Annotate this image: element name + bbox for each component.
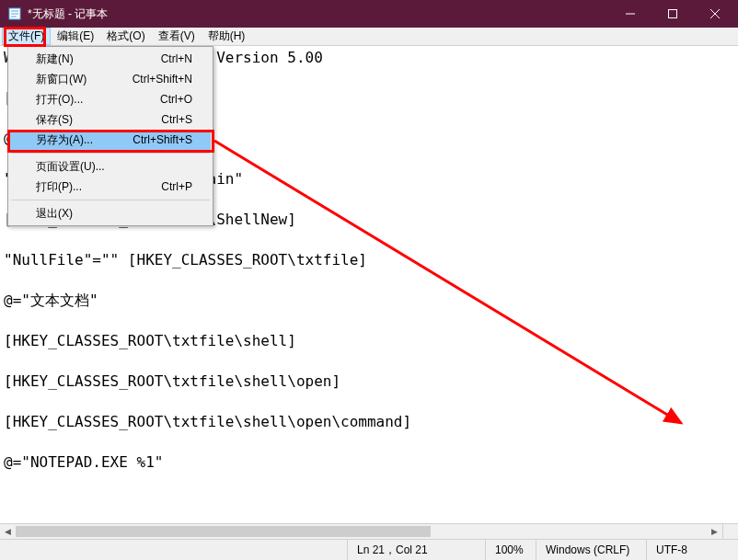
menu-item-page-setup[interactable]: 页面设置(U)... [10,156,211,177]
menu-separator [11,200,210,200]
close-button[interactable] [694,0,736,28]
menu-item-shortcut: Ctrl+N [161,52,192,65]
status-line-ending: Windows (CRLF) [536,540,646,560]
scroll-thumb[interactable] [16,526,431,537]
menu-item-shortcut: Ctrl+S [161,113,192,126]
menu-file[interactable]: 文件(F) [2,28,51,45]
menu-item-label: 新建(N) [36,51,161,67]
menu-item-shortcut: Ctrl+O [160,93,192,106]
scroll-left-icon[interactable]: ◀ [0,524,16,539]
status-zoom: 100% [485,540,536,560]
status-encoding: UTF-8 [646,540,738,560]
menu-item-shortcut: Ctrl+Shift+N [133,73,192,86]
menu-separator [11,153,210,154]
menu-item-open[interactable]: 打开(O)... Ctrl+O [10,89,211,109]
status-cursor-pos: Ln 21，Col 21 [347,540,485,560]
scroll-right-icon[interactable]: ▶ [707,524,722,539]
horizontal-scrollbar[interactable]: ◀ ▶ [0,523,722,539]
notepad-app-icon [7,6,22,21]
menu-item-label: 页面设置(U)... [36,159,192,175]
window-title: *无标题 - 记事本 [28,6,609,22]
menu-item-new-window[interactable]: 新窗口(W) Ctrl+Shift+N [10,69,211,89]
menu-help[interactable]: 帮助(H) [202,28,252,45]
menubar: 文件(F) 编辑(E) 格式(O) 查看(V) 帮助(H) [0,28,738,46]
menu-item-save[interactable]: 保存(S) Ctrl+S [10,109,211,130]
titlebar: *无标题 - 记事本 [0,0,738,28]
menu-format[interactable]: 格式(O) [100,28,151,45]
scroll-track[interactable] [16,524,707,539]
menu-item-label: 保存(S) [36,112,161,128]
statusbar: Ln 21，Col 21 100% Windows (CRLF) UTF-8 [0,539,738,560]
menu-item-shortcut: Ctrl+P [161,180,192,193]
menu-view[interactable]: 查看(V) [152,28,202,45]
menu-item-label: 新窗口(W) [36,72,133,87]
menu-item-print[interactable]: 打印(P)... Ctrl+P [10,177,211,197]
menu-item-label: 另存为(A)... [36,132,133,148]
menu-item-label: 打印(P)... [36,179,161,195]
menu-item-shortcut: Ctrl+Shift+S [133,133,192,146]
menu-item-label: 打开(O)... [36,92,160,108]
menu-edit[interactable]: 编辑(E) [51,28,100,45]
menu-item-label: 退出(X) [36,206,192,222]
svg-rect-5 [669,10,677,18]
file-menu-dropdown: 新建(N) Ctrl+N 新窗口(W) Ctrl+Shift+N 打开(O)..… [7,46,213,226]
menu-item-exit[interactable]: 退出(X) [10,203,211,223]
menu-item-save-as[interactable]: 另存为(A)... Ctrl+Shift+S [10,130,211,150]
maximize-button[interactable] [652,0,694,28]
scrollbar-corner [722,523,738,539]
minimize-button[interactable] [609,0,652,28]
menu-item-new[interactable]: 新建(N) Ctrl+N [10,49,211,69]
